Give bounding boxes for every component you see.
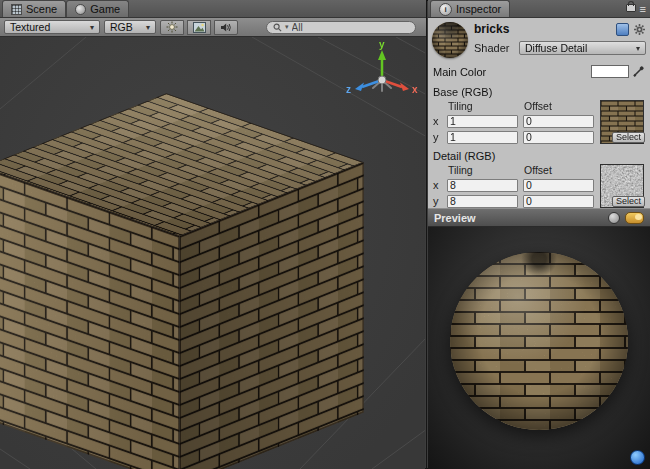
- detail-tiling-x-input[interactable]: [447, 179, 518, 192]
- main-color-row: Main Color: [428, 60, 650, 80]
- base-texture-select-button[interactable]: Select: [612, 132, 645, 143]
- search-filter-arrow-icon[interactable]: ▾: [285, 23, 289, 31]
- search-icon: [273, 23, 282, 32]
- render-mode-value: RGB: [110, 21, 133, 33]
- game-icon: [75, 4, 86, 15]
- base-offset-x-input[interactable]: [523, 115, 594, 128]
- base-tiling-grid: Tiling Offset x y: [433, 100, 594, 144]
- speaker-icon: [220, 22, 232, 33]
- detail-section-title: Detail (RGB): [428, 144, 650, 163]
- book-icon: [616, 23, 629, 36]
- base-section: Tiling Offset x y Select: [428, 99, 650, 144]
- detail-tiling-header: Tiling: [447, 164, 518, 176]
- detail-section: Tiling Offset x y Select: [428, 163, 650, 208]
- preview-sphere[interactable]: [450, 252, 628, 430]
- material-header-info: bricks: [468, 22, 646, 58]
- detail-texture-slot: Select: [600, 164, 646, 208]
- tab-scene[interactable]: Scene: [2, 0, 66, 17]
- base-tiling-x-input[interactable]: [447, 115, 518, 128]
- tab-game-label: Game: [90, 3, 120, 15]
- material-header: bricks: [428, 18, 650, 60]
- orientation-gizmo[interactable]: y x z: [343, 39, 421, 117]
- base-section-title: Base (RGB): [428, 80, 650, 99]
- eyedropper-icon: [632, 65, 645, 78]
- detail-offset-x-input[interactable]: [523, 179, 594, 192]
- base-y-label: y: [433, 131, 442, 143]
- scene-cube[interactable]: [74, 130, 271, 449]
- shader-dropdown[interactable]: Diffuse Detail ▾: [519, 41, 646, 55]
- detail-y-label: y: [433, 195, 442, 207]
- gizmo-y-label: y: [379, 39, 385, 50]
- tab-menu-icon[interactable]: ≡: [640, 4, 646, 14]
- inspector-tabstrip: i Inspector ≡: [428, 0, 650, 18]
- base-tiling-header: Tiling: [447, 100, 518, 112]
- preview-area[interactable]: [428, 227, 650, 469]
- scene-search-box[interactable]: ▾: [266, 21, 416, 34]
- skybox-effects-toggle[interactable]: [187, 20, 211, 35]
- image-icon: [193, 22, 206, 33]
- settings-menu-button[interactable]: [632, 23, 646, 36]
- scene-viewport[interactable]: y x z: [0, 37, 425, 469]
- eyedropper-button[interactable]: [632, 65, 645, 78]
- preview-mesh-button[interactable]: [608, 212, 620, 224]
- material-thumb-shading: [432, 22, 468, 58]
- gizmo-x-label: x: [412, 84, 418, 95]
- preview-title: Preview: [434, 212, 603, 224]
- detail-tiling-y-input[interactable]: [447, 195, 518, 208]
- preview-panel: Preview: [428, 208, 650, 469]
- detail-tiling-grid: Tiling Offset x y: [433, 164, 594, 208]
- inspector-body: bricks: [428, 18, 650, 208]
- inspector-pane: i Inspector ≡ bricks: [428, 0, 650, 469]
- main-color-label: Main Color: [433, 66, 591, 78]
- gear-icon: [633, 23, 646, 36]
- base-texture-slot: Select: [600, 100, 646, 144]
- lock-icon[interactable]: [626, 4, 636, 12]
- base-x-label: x: [433, 115, 442, 127]
- render-mode-dropdown[interactable]: RGB ▾: [104, 20, 156, 34]
- help-reference-button[interactable]: [615, 23, 629, 36]
- search-input[interactable]: [292, 22, 409, 33]
- detail-offset-y-input[interactable]: [523, 195, 594, 208]
- preview-sphere-shading: [450, 252, 628, 430]
- main-color-swatch[interactable]: [591, 65, 629, 78]
- material-preview-thumbnail[interactable]: [432, 22, 468, 58]
- inspector-icon: i: [439, 3, 452, 16]
- preview-corner-button[interactable]: [630, 450, 645, 465]
- tab-inspector-label: Inspector: [456, 3, 501, 15]
- chevron-down-icon: ▾: [146, 23, 150, 32]
- scene-icon: [11, 4, 22, 15]
- detail-texture-select-button[interactable]: Select: [612, 196, 645, 207]
- scene-tabstrip: Scene Game: [0, 0, 426, 18]
- detail-x-label: x: [433, 179, 442, 191]
- preview-light-toggle[interactable]: [625, 212, 644, 224]
- gizmo-z-label: z: [346, 84, 351, 95]
- draw-mode-dropdown[interactable]: Textured ▾: [4, 20, 100, 34]
- tab-inspector[interactable]: i Inspector: [430, 0, 510, 17]
- preview-header[interactable]: Preview: [428, 208, 650, 227]
- sun-icon: [166, 21, 178, 33]
- material-name: bricks: [474, 22, 612, 36]
- draw-mode-value: Textured: [10, 21, 50, 33]
- scene-audio-toggle[interactable]: [214, 20, 238, 35]
- base-offset-y-input[interactable]: [523, 131, 594, 144]
- scene-lighting-toggle[interactable]: [160, 20, 184, 35]
- gizmo-center-cube[interactable]: [378, 76, 386, 84]
- shader-value: Diffuse Detail: [525, 42, 587, 54]
- base-tiling-y-input[interactable]: [447, 131, 518, 144]
- tab-scene-label: Scene: [26, 3, 57, 15]
- base-offset-header: Offset: [523, 100, 594, 112]
- tab-game[interactable]: Game: [66, 0, 129, 17]
- scene-toolbar: Textured ▾ RGB ▾: [0, 18, 426, 37]
- scene-pane: Scene Game Textured ▾ RGB ▾: [0, 0, 427, 469]
- chevron-down-icon: ▾: [636, 44, 640, 53]
- chevron-down-icon: ▾: [90, 23, 94, 32]
- detail-offset-header: Offset: [523, 164, 594, 176]
- shader-label: Shader: [474, 42, 514, 54]
